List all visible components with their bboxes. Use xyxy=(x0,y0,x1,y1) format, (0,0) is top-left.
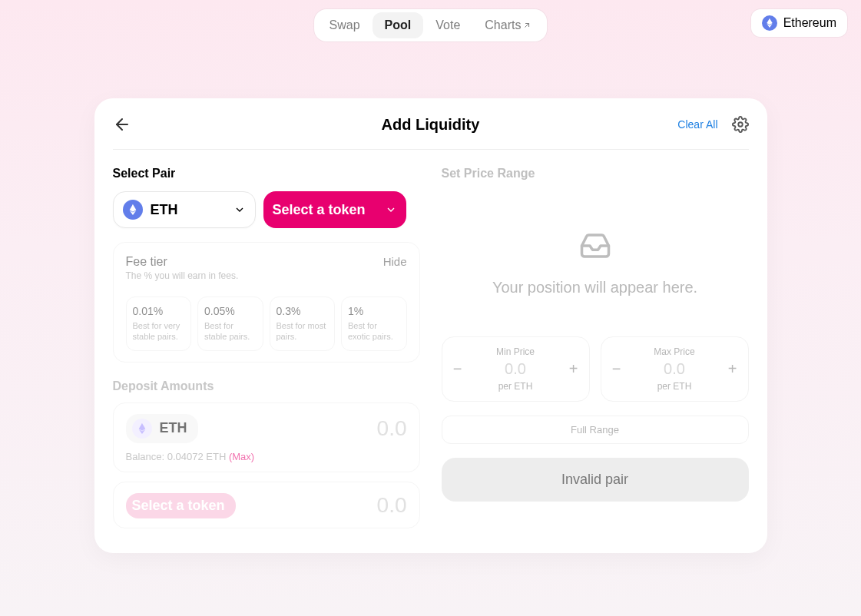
fee-hide-toggle[interactable]: Hide xyxy=(383,255,407,268)
nav-charts[interactable]: Charts xyxy=(472,12,544,38)
nav-charts-label: Charts xyxy=(485,18,521,32)
fee-option-desc: Best for exotic pairs. xyxy=(348,320,400,343)
deposit-amounts-label: Deposit Amounts xyxy=(113,379,420,393)
fee-option-desc: Best for most pairs. xyxy=(277,320,329,343)
max-price-increase[interactable]: + xyxy=(724,360,742,379)
position-placeholder: Your position will appear here. xyxy=(442,191,749,315)
max-button-a[interactable]: (Max) xyxy=(229,451,254,462)
token-a-selector[interactable]: ETH xyxy=(113,191,256,228)
placeholder-text: Your position will appear here. xyxy=(442,279,749,296)
deposit-token-a-chip[interactable]: ETH xyxy=(126,414,198,443)
fee-option-3[interactable]: 1% Best for exotic pairs. xyxy=(341,296,407,351)
left-column: Select Pair ETH Select a token Fe xyxy=(113,167,420,528)
max-price-box: − Max Price 0.0 per ETH + xyxy=(601,336,749,402)
card-header: Add Liquidity Clear All xyxy=(113,115,749,150)
fee-option-pct: 0.05% xyxy=(204,305,257,317)
deposit-amount-b[interactable]: 0.0 xyxy=(377,493,407,518)
min-price-per: per ETH xyxy=(450,381,581,392)
fee-option-desc: Best for stable pairs. xyxy=(204,320,257,343)
fee-option-pct: 0.3% xyxy=(277,305,329,317)
min-price-label: Min Price xyxy=(450,346,581,357)
min-price-value[interactable]: 0.0 xyxy=(450,360,581,378)
min-price-increase[interactable]: + xyxy=(565,360,583,379)
nav-swap[interactable]: Swap xyxy=(317,12,373,38)
fee-option-pct: 1% xyxy=(348,305,400,317)
fee-option-2[interactable]: 0.3% Best for most pairs. xyxy=(270,296,336,351)
token-b-label: Select a token xyxy=(273,202,366,218)
clear-all-link[interactable]: Clear All xyxy=(677,118,717,131)
eth-token-icon xyxy=(123,200,143,220)
set-price-range-label: Set Price Range xyxy=(442,167,749,180)
fee-option-0[interactable]: 0.01% Best for very stable pairs. xyxy=(126,296,192,351)
max-price-label: Max Price xyxy=(609,346,740,357)
max-price-per: per ETH xyxy=(609,381,740,392)
inbox-icon xyxy=(575,230,615,262)
page-title: Add Liquidity xyxy=(382,116,480,134)
deposit-box-a: ETH 0.0 Balance: 0.04072 ETH (Max) xyxy=(113,402,420,472)
chevron-down-icon xyxy=(385,204,397,216)
fee-tier-box: Fee tier The % you will earn in fees. Hi… xyxy=(113,242,420,363)
max-price-value[interactable]: 0.0 xyxy=(609,360,740,378)
external-link-icon xyxy=(522,21,532,30)
deposit-token-a-symbol: ETH xyxy=(160,420,187,436)
deposit-box-b: Select a token 0.0 xyxy=(113,482,420,528)
fee-option-pct: 0.01% xyxy=(133,305,185,317)
token-a-symbol: ETH xyxy=(151,202,178,218)
select-pair-label: Select Pair xyxy=(113,167,420,180)
chevron-down-icon xyxy=(233,204,246,216)
svg-point-1 xyxy=(738,122,743,127)
fee-option-1[interactable]: 0.05% Best for stable pairs. xyxy=(197,296,263,351)
min-price-box: − Min Price 0.0 per ETH + xyxy=(442,336,590,402)
min-price-decrease[interactable]: − xyxy=(449,360,467,379)
top-nav: Swap Pool Vote Charts xyxy=(314,9,548,41)
ethereum-icon xyxy=(762,15,777,31)
token-b-selector[interactable]: Select a token xyxy=(263,191,406,228)
back-arrow-icon[interactable] xyxy=(113,115,131,134)
right-column: Set Price Range Your position will appea… xyxy=(442,167,749,528)
settings-icon[interactable] xyxy=(732,116,749,133)
deposit-token-b-label: Select a token xyxy=(132,498,225,514)
fee-tier-title: Fee tier xyxy=(126,255,239,269)
deposit-token-b-chip[interactable]: Select a token xyxy=(126,493,236,518)
deposit-amount-a[interactable]: 0.0 xyxy=(377,416,407,441)
submit-button[interactable]: Invalid pair xyxy=(442,458,749,502)
fee-tier-subtitle: The % you will earn in fees. xyxy=(126,270,239,281)
nav-pool[interactable]: Pool xyxy=(373,12,424,38)
balance-text-a: Balance: 0.04072 ETH xyxy=(126,451,227,462)
network-selector[interactable]: Ethereum xyxy=(751,9,847,37)
full-range-button[interactable]: Full Range xyxy=(442,416,749,444)
network-name: Ethereum xyxy=(783,16,836,30)
max-price-decrease[interactable]: − xyxy=(608,360,626,379)
nav-vote[interactable]: Vote xyxy=(423,12,472,38)
eth-token-icon xyxy=(132,419,152,439)
add-liquidity-card: Add Liquidity Clear All Select Pair ETH … xyxy=(94,98,767,553)
fee-option-desc: Best for very stable pairs. xyxy=(133,320,185,343)
